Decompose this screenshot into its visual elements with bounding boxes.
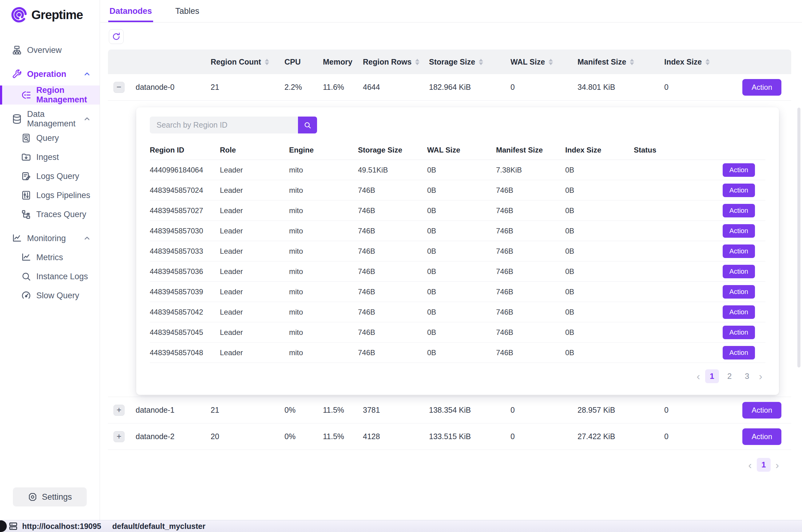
sort-icon[interactable] bbox=[630, 59, 634, 65]
next-page-icon[interactable]: › bbox=[758, 371, 764, 381]
col-storage-size: Storage Size bbox=[358, 146, 427, 154]
sort-icon[interactable] bbox=[705, 59, 710, 65]
next-page-icon[interactable]: › bbox=[774, 460, 780, 470]
vertical-scrollbar[interactable] bbox=[797, 108, 800, 367]
tab-datanodes[interactable]: Datanodes bbox=[110, 0, 152, 22]
cluster-name[interactable]: default/default_mycluster bbox=[112, 522, 206, 531]
sidebar-item-label: Logs Pipelines bbox=[36, 191, 90, 200]
col-manifest-size: Manifest Size bbox=[577, 57, 626, 66]
cell-index-size: 0B bbox=[565, 227, 634, 235]
col-wal-size: WAL Size bbox=[427, 146, 496, 154]
gear-icon bbox=[28, 492, 38, 502]
datanodes-table-header: Region Count CPU Memory Region Rows Stor… bbox=[108, 50, 791, 74]
sidebar-nav: Overview Operation Region Management bbox=[0, 41, 100, 488]
cell-index-size: 0B bbox=[565, 186, 634, 195]
action-button[interactable]: Action bbox=[723, 265, 755, 278]
cell-engine: mito bbox=[289, 348, 358, 357]
sidebar-item-instance-logs[interactable]: Instance Logs bbox=[0, 267, 100, 286]
sort-icon[interactable] bbox=[415, 59, 419, 65]
action-button[interactable]: Action bbox=[723, 204, 755, 217]
action-button[interactable]: Action bbox=[723, 163, 755, 177]
cell-manifest-size: 28.957 KiB bbox=[577, 405, 664, 415]
page-1[interactable]: 1 bbox=[757, 458, 771, 472]
sidebar: Greptime Overview Operation bbox=[0, 0, 100, 520]
cell-engine: mito bbox=[289, 267, 358, 276]
col-region-id: Region ID bbox=[150, 146, 220, 154]
action-button[interactable]: Action bbox=[723, 285, 755, 299]
cell-manifest-size: 746B bbox=[496, 328, 565, 337]
expand-button[interactable]: + bbox=[113, 431, 125, 442]
page-2[interactable]: 2 bbox=[723, 369, 737, 383]
col-index-size: Index Size bbox=[565, 146, 634, 154]
cell-region-count: 21 bbox=[211, 83, 284, 92]
sidebar-item-slow-query[interactable]: Slow Query bbox=[0, 286, 100, 305]
action-button[interactable]: Action bbox=[723, 245, 755, 258]
action-button[interactable]: Action bbox=[742, 402, 781, 419]
sliders-icon bbox=[21, 190, 31, 201]
sidebar-item-traces-query[interactable]: Traces Query bbox=[0, 205, 100, 224]
region-table-body: 4440996184064 Leader mito 49.51KiB 0B 7.… bbox=[150, 160, 765, 363]
prev-page-icon[interactable]: ‹ bbox=[695, 371, 701, 381]
sidebar-item-region-management[interactable]: Region Management bbox=[0, 86, 100, 104]
sidebar-group-operation[interactable]: Operation bbox=[0, 64, 100, 84]
sidebar-item-overview[interactable]: Overview bbox=[0, 41, 100, 60]
action-button[interactable]: Action bbox=[723, 184, 755, 197]
sort-icon[interactable] bbox=[549, 59, 553, 65]
chevron-up-icon[interactable] bbox=[83, 70, 91, 78]
cell-index-size: 0B bbox=[565, 328, 634, 337]
sidebar-item-logs-pipelines[interactable]: Logs Pipelines bbox=[0, 186, 100, 205]
page-3[interactable]: 3 bbox=[740, 369, 754, 383]
brand-logo[interactable]: Greptime bbox=[0, 0, 100, 23]
brand-name: Greptime bbox=[31, 8, 83, 22]
sidebar-group-label: Data Management bbox=[27, 110, 78, 129]
cell-region-rows: 4644 bbox=[363, 83, 429, 92]
region-search-input[interactable] bbox=[150, 117, 298, 133]
cell-index-size: 0B bbox=[565, 348, 634, 357]
cell-wal-size: 0B bbox=[427, 166, 496, 174]
prev-page-icon[interactable]: ‹ bbox=[747, 460, 753, 470]
chevron-up-icon[interactable] bbox=[83, 234, 91, 242]
action-button[interactable]: Action bbox=[742, 79, 781, 96]
cell-wal-size: 0B bbox=[427, 206, 496, 215]
sidebar-item-label: Traces Query bbox=[36, 210, 87, 219]
main-content: Datanodes Tables Region Count CPU Memory… bbox=[100, 0, 802, 520]
action-button[interactable]: Action bbox=[723, 346, 755, 360]
action-button[interactable]: Action bbox=[742, 429, 781, 445]
region-row: 4483945857045 Leader mito 746B 0B 746B 0… bbox=[150, 322, 765, 343]
chevron-up-icon[interactable] bbox=[83, 115, 91, 123]
server-url[interactable]: http://localhost:19095 bbox=[22, 522, 101, 531]
sidebar-group-data-management[interactable]: Data Management bbox=[0, 110, 100, 129]
tab-tables[interactable]: Tables bbox=[175, 0, 199, 22]
sidebar-item-metrics[interactable]: Metrics bbox=[0, 248, 100, 267]
cell-role: Leader bbox=[220, 287, 289, 296]
sort-icon[interactable] bbox=[479, 59, 483, 65]
datanode-row-1: + datanode-1 21 0% 11.5% 3781 138.354 Ki… bbox=[108, 397, 791, 423]
sidebar-group-monitoring[interactable]: Monitoring bbox=[0, 229, 100, 248]
settings-button[interactable]: Settings bbox=[13, 488, 87, 507]
status-bar: http://localhost:19095 default/default_m… bbox=[0, 520, 802, 532]
action-button[interactable]: Action bbox=[723, 305, 755, 319]
gauge-icon bbox=[21, 290, 31, 301]
sidebar-item-ingest[interactable]: Ingest bbox=[0, 148, 100, 167]
action-button[interactable]: Action bbox=[723, 326, 755, 339]
datanode-name: datanode-1 bbox=[136, 405, 211, 415]
cell-role: Leader bbox=[220, 206, 289, 215]
cell-storage-size: 746B bbox=[358, 206, 427, 215]
sidebar-item-logs-query[interactable]: Logs Query bbox=[0, 167, 100, 186]
expand-button[interactable]: + bbox=[113, 405, 125, 416]
cell-region-id: 4483945857027 bbox=[150, 206, 220, 215]
cell-cpu: 0% bbox=[284, 405, 323, 415]
tree-icon bbox=[21, 209, 31, 220]
sort-icon[interactable] bbox=[265, 59, 269, 65]
region-search-button[interactable] bbox=[298, 117, 317, 133]
sidebar-item-query[interactable]: Query bbox=[0, 129, 100, 148]
col-wal-size: WAL Size bbox=[511, 57, 545, 66]
cell-engine: mito bbox=[289, 206, 358, 215]
collapse-button[interactable]: − bbox=[113, 82, 125, 93]
action-button[interactable]: Action bbox=[723, 224, 755, 238]
cell-cpu: 2.2% bbox=[284, 83, 323, 92]
region-row: 4483945857033 Leader mito 746B 0B 746B 0… bbox=[150, 241, 765, 261]
cell-index-size: 0B bbox=[565, 287, 634, 296]
refresh-button[interactable] bbox=[109, 29, 123, 44]
page-1[interactable]: 1 bbox=[705, 369, 719, 383]
